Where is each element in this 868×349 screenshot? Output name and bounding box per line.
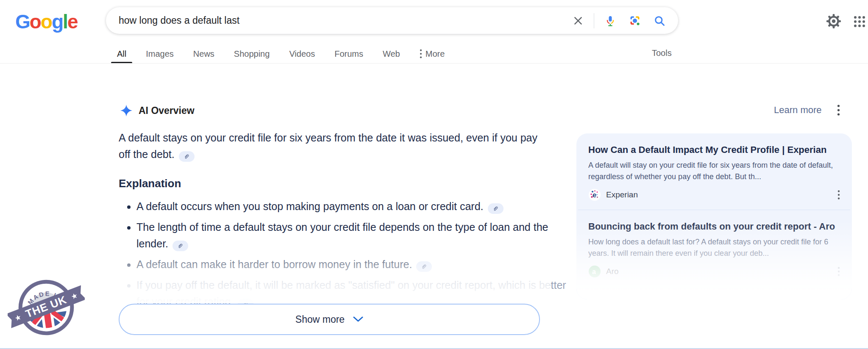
ai-overview-header: AI Overview bbox=[120, 104, 195, 117]
source-card-title[interactable]: How Can a Default Impact My Credit Profi… bbox=[588, 144, 840, 155]
tab-videos[interactable]: Videos bbox=[289, 49, 315, 59]
tab-web[interactable]: Web bbox=[383, 49, 400, 59]
bullet-item: A default occurs when you stop making pa… bbox=[136, 198, 569, 215]
logo-letter: G bbox=[15, 10, 30, 33]
source-card-kebab-icon[interactable] bbox=[837, 266, 840, 277]
tab-shopping[interactable]: Shopping bbox=[234, 49, 270, 59]
google-search-results-page: Google how long does a default last bbox=[0, 0, 868, 349]
ai-sparkle-icon bbox=[120, 104, 133, 117]
clear-icon[interactable] bbox=[573, 15, 584, 26]
ai-overview-kebab-icon[interactable] bbox=[837, 104, 840, 116]
show-more-button[interactable]: Show more bbox=[119, 304, 540, 335]
tab-images[interactable]: Images bbox=[146, 49, 174, 59]
tab-news[interactable]: News bbox=[193, 49, 214, 59]
svg-text:e: e bbox=[593, 191, 596, 199]
settings-gear-icon[interactable] bbox=[826, 13, 842, 31]
bullet-text: The length of time a default stays on yo… bbox=[136, 221, 548, 249]
google-logo[interactable]: Google bbox=[15, 10, 77, 33]
source-card-kebab-icon[interactable] bbox=[837, 190, 840, 200]
citation-link-icon[interactable] bbox=[179, 151, 195, 162]
ai-overview-source-rail: How Can a Default Impact My Credit Profi… bbox=[576, 133, 852, 299]
source-card[interactable]: Bouncing back from defaults on your cred… bbox=[576, 210, 852, 285]
google-lens-icon[interactable] bbox=[629, 15, 641, 27]
source-card-snippet: A default will stay on your credit file … bbox=[588, 160, 843, 183]
tab-all[interactable]: All bbox=[117, 49, 126, 59]
ai-overview-title: AI Overview bbox=[139, 105, 195, 116]
search-bar-divider bbox=[594, 13, 594, 28]
bullet-text: A default occurs when you stop making pa… bbox=[136, 200, 484, 212]
logo-letter: g bbox=[52, 10, 63, 33]
bullet-item: A default can make it harder to borrow m… bbox=[136, 256, 569, 273]
logo-letter: l bbox=[63, 10, 67, 33]
tabbar-divider bbox=[0, 63, 868, 64]
citation-link-icon[interactable] bbox=[488, 203, 504, 214]
ai-answer-text: A default stays on your credit file for … bbox=[119, 130, 549, 163]
search-icon[interactable] bbox=[654, 15, 665, 27]
tab-forums[interactable]: Forums bbox=[334, 49, 363, 59]
experian-favicon: e bbox=[588, 188, 601, 201]
citation-link-icon[interactable] bbox=[172, 241, 188, 251]
microphone-icon[interactable] bbox=[604, 15, 616, 27]
source-name: Experian bbox=[606, 190, 638, 199]
tab-more[interactable]: More bbox=[420, 49, 445, 59]
logo-letter: o bbox=[41, 10, 52, 33]
logo-letter: o bbox=[30, 10, 41, 33]
source-card-snippet: How long does a default last for? A defa… bbox=[588, 236, 843, 259]
bullet-item: The length of time a default stays on yo… bbox=[136, 219, 569, 252]
search-input[interactable]: how long does a default last bbox=[119, 15, 239, 26]
citation-link-icon[interactable] bbox=[416, 261, 432, 272]
source-card-footer: a Aro bbox=[588, 265, 840, 278]
explanation-bullet-list: A default occurs when you stop making pa… bbox=[119, 198, 569, 314]
made-in-uk-stamp: MADE IN THE UK bbox=[8, 269, 85, 349]
more-kebab-icon bbox=[420, 49, 422, 59]
svg-text:a: a bbox=[592, 268, 596, 275]
source-card-title[interactable]: Bouncing back from defaults on your cred… bbox=[588, 221, 840, 232]
tools-button[interactable]: Tools bbox=[652, 48, 672, 58]
show-more-label: Show more bbox=[295, 314, 345, 325]
logo-letter: e bbox=[67, 10, 78, 33]
search-bar[interactable]: how long does a default last bbox=[106, 7, 678, 34]
source-card[interactable]: How Can a Default Impact My Credit Profi… bbox=[576, 133, 852, 208]
bullet-text: A default can make it harder to borrow m… bbox=[136, 258, 412, 270]
source-name: Aro bbox=[606, 267, 619, 276]
bullet-text: If you pay off the default, it will be m… bbox=[136, 279, 566, 307]
google-apps-grid-icon[interactable] bbox=[853, 15, 866, 30]
result-type-tabs: All Images News Shopping Videos Forums W… bbox=[117, 47, 445, 60]
ai-overview-actions: Learn more bbox=[774, 104, 840, 116]
aro-favicon: a bbox=[588, 265, 601, 278]
tab-more-label: More bbox=[426, 49, 445, 59]
chevron-down-icon bbox=[353, 316, 363, 322]
explanation-heading: Explanation bbox=[119, 177, 181, 190]
learn-more-link[interactable]: Learn more bbox=[774, 105, 822, 116]
source-card-footer: e Experian bbox=[588, 188, 840, 201]
